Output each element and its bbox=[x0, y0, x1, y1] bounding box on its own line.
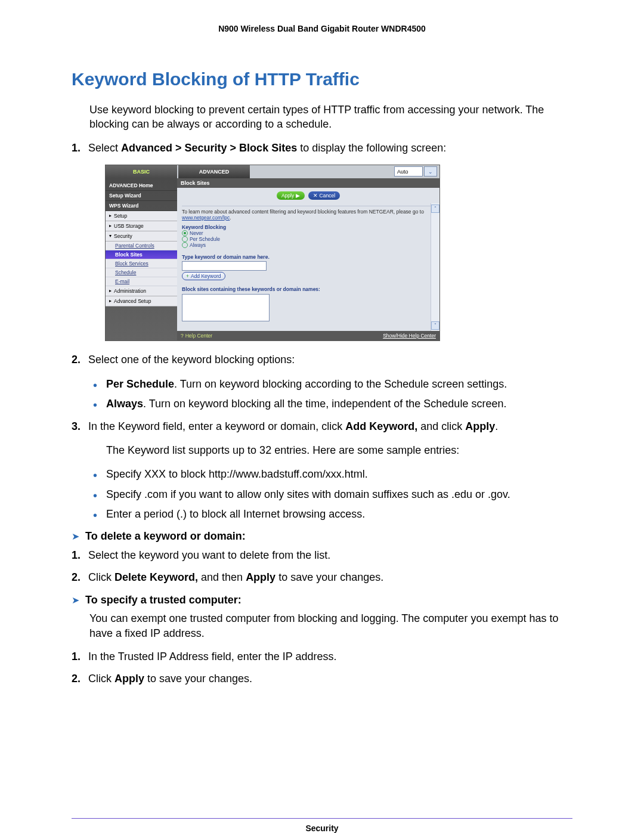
step-text: Click Delete Keyword, and then Apply to … bbox=[88, 569, 572, 586]
step-text: In the Keyword field, enter a keyword or… bbox=[88, 419, 572, 435]
tab-advanced[interactable]: ADVANCED bbox=[178, 165, 250, 178]
delete-heading: To delete a keyword or domain: bbox=[85, 530, 246, 543]
content-pane: Block Sites Apply ▶ ✕Cancel To learn mor… bbox=[177, 178, 439, 340]
step-list-2: 2. Select one of the keyword blocking op… bbox=[72, 352, 572, 368]
radio-label: Always bbox=[190, 242, 206, 248]
step1-nav-path: Advanced > Security > Block Sites bbox=[121, 142, 297, 154]
scroll-up-icon[interactable]: ˄ bbox=[431, 205, 439, 213]
chevron-right-icon: ➤ bbox=[72, 594, 79, 606]
apply-label: Apply ▶ bbox=[281, 193, 300, 199]
screenshot-body: ADVANCED Home Setup Wizard WPS Wizard ▸S… bbox=[106, 178, 439, 340]
t: Apply bbox=[465, 420, 495, 432]
help-center-button[interactable]: ?Help Center bbox=[181, 333, 212, 339]
t: Apply bbox=[114, 673, 144, 685]
step-number: 2. bbox=[72, 352, 88, 368]
hint-link[interactable]: www.netgear.com/lpc bbox=[182, 215, 230, 221]
step-number: 2. bbox=[72, 671, 88, 687]
document-header: N900 Wireless Dual Band Gigabit Router W… bbox=[72, 24, 572, 33]
footer-rule bbox=[72, 818, 572, 819]
trusted-steps: 1. In the Trusted IP Address field, ente… bbox=[72, 649, 572, 687]
chevron-down-icon[interactable]: ⌄ bbox=[424, 166, 437, 176]
step-text: In the Trusted IP Address field, enter t… bbox=[88, 649, 572, 665]
sidebar-item-wps-wizard[interactable]: WPS Wizard bbox=[106, 201, 177, 211]
step1-pre: Select bbox=[88, 142, 121, 154]
trusted-step-2: 2. Click Apply to save your changes. bbox=[72, 671, 572, 687]
radio-per-schedule[interactable]: Per Schedule bbox=[182, 236, 435, 242]
after-step3-text: The Keyword list supports up to 32 entri… bbox=[106, 443, 572, 457]
t: Add Keyword, bbox=[345, 420, 417, 432]
close-icon: ✕ bbox=[313, 193, 318, 199]
t: and then bbox=[198, 571, 246, 583]
label: Security bbox=[114, 233, 132, 239]
sidebar-sub-email[interactable]: E-mail bbox=[106, 277, 177, 286]
step-1: 1. Select Advanced > Security > Block Si… bbox=[72, 140, 572, 156]
step-2: 2. Select one of the keyword blocking op… bbox=[72, 352, 572, 368]
caret-right-icon: ▸ bbox=[109, 213, 112, 218]
radio-always[interactable]: Always bbox=[182, 242, 435, 248]
step-number: 3. bbox=[72, 419, 88, 435]
trusted-step-1: 1. In the Trusted IP Address field, ente… bbox=[72, 649, 572, 665]
sidebar-item-security[interactable]: ▾Security bbox=[106, 231, 177, 241]
cancel-button[interactable]: ✕Cancel bbox=[308, 191, 340, 200]
sidebar-item-advanced-setup[interactable]: ▸Advanced Setup bbox=[106, 296, 177, 306]
keyword-input[interactable] bbox=[182, 261, 267, 271]
tab-basic[interactable]: BASIC bbox=[106, 165, 177, 178]
step-text: Select one of the keyword blocking optio… bbox=[88, 352, 572, 368]
sidebar-item-advanced-home[interactable]: ADVANCED Home bbox=[106, 181, 177, 191]
label: Administration bbox=[114, 288, 146, 294]
step-list-1: 1. Select Advanced > Security > Block Si… bbox=[72, 140, 572, 156]
label: Advanced Setup bbox=[114, 298, 151, 304]
t: Click bbox=[88, 673, 114, 685]
trusted-heading-row: ➤ To specify a trusted computer: bbox=[72, 594, 572, 606]
label: USB Storage bbox=[114, 223, 144, 229]
apply-button[interactable]: Apply ▶ bbox=[277, 191, 305, 200]
step-number: 1. bbox=[72, 547, 88, 563]
sidebar-sub-block-services[interactable]: Block Services bbox=[106, 259, 177, 268]
sidebar-sub-parental-controls[interactable]: Parental Controls bbox=[106, 241, 177, 250]
sidebar-sub-schedule[interactable]: Schedule bbox=[106, 268, 177, 277]
step2-bullets: Per Schedule. Turn on keyword blocking a… bbox=[72, 376, 572, 413]
sidebar-item-usb-storage[interactable]: ▸USB Storage bbox=[106, 221, 177, 231]
delete-heading-row: ➤ To delete a keyword or domain: bbox=[72, 530, 572, 543]
radio-icon bbox=[182, 236, 188, 242]
sample-1: Specify XXX to block http://www.badstuff… bbox=[93, 466, 572, 483]
bullet-always: Always. Turn on keyword blocking all the… bbox=[93, 396, 572, 413]
add-keyword-label: Add Keyword bbox=[191, 273, 221, 279]
t: to save your changes. bbox=[275, 571, 383, 583]
step-3: 3. In the Keyword field, enter a keyword… bbox=[72, 419, 572, 435]
sidebar-item-setup-wizard[interactable]: Setup Wizard bbox=[106, 191, 177, 201]
hint-text: To learn more about advanced content fil… bbox=[182, 206, 435, 221]
auto-dropdown[interactable]: Auto ⌄ bbox=[394, 165, 439, 178]
trusted-heading: To specify a trusted computer: bbox=[85, 594, 242, 606]
radio-label: Per Schedule bbox=[190, 236, 220, 242]
chevron-right-icon: ➤ bbox=[72, 531, 79, 542]
tab-bar: BASIC ADVANCED Auto ⌄ bbox=[106, 165, 439, 178]
hint-pre: To learn more about advanced content fil… bbox=[182, 209, 424, 215]
radio-icon bbox=[182, 242, 188, 248]
auto-dropdown-label: Auto bbox=[394, 166, 423, 176]
step-text: Select Advanced > Security > Block Sites… bbox=[88, 140, 572, 156]
scrollbar[interactable]: ˄ ˅ bbox=[431, 203, 439, 331]
embedded-screenshot: BASIC ADVANCED Auto ⌄ ADVANCED Home Setu… bbox=[105, 165, 440, 341]
block-list-label: Block sites containing these keywords or… bbox=[182, 286, 435, 292]
scroll-down-icon[interactable]: ˅ bbox=[431, 321, 439, 330]
radio-never[interactable]: Never bbox=[182, 230, 435, 236]
caret-right-icon: ▸ bbox=[109, 298, 112, 304]
sidebar-item-setup[interactable]: ▸Setup bbox=[106, 211, 177, 221]
keyword-blocking-label: Keyword Blocking bbox=[182, 224, 435, 230]
add-keyword-button[interactable]: +Add Keyword bbox=[182, 272, 225, 280]
sidebar-item-administration[interactable]: ▸Administration bbox=[106, 286, 177, 296]
help-footer: ?Help Center Show/Hide Help Center bbox=[177, 331, 439, 340]
label: Setup bbox=[114, 213, 127, 219]
footer: Security 64 bbox=[72, 823, 572, 833]
bullet-per-schedule: Per Schedule. Turn on keyword blocking a… bbox=[93, 376, 572, 393]
show-hide-help-link[interactable]: Show/Hide Help Center bbox=[383, 333, 436, 339]
page: N900 Wireless Dual Band Gigabit Router W… bbox=[0, 0, 644, 833]
step1-post: to display the following screen: bbox=[297, 142, 446, 154]
action-bar: Apply ▶ ✕Cancel bbox=[177, 188, 439, 203]
plus-icon: + bbox=[186, 273, 189, 279]
sample-2: Specify .com if you want to allow only s… bbox=[93, 487, 572, 503]
sidebar-sub-block-sites[interactable]: Block Sites bbox=[106, 250, 177, 259]
t: . bbox=[495, 420, 498, 432]
block-list-box[interactable] bbox=[182, 294, 270, 321]
